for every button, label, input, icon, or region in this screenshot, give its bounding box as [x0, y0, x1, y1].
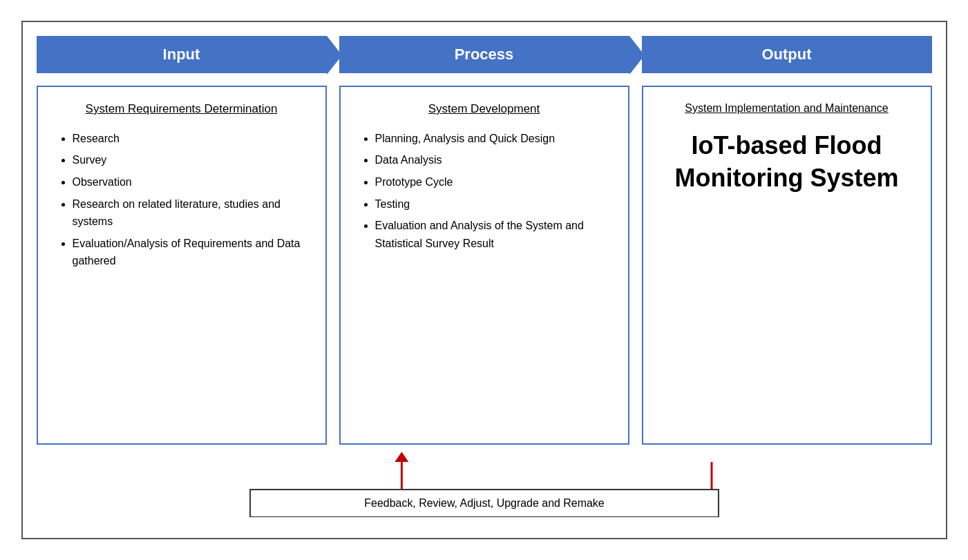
header-process-label: Process	[455, 46, 514, 63]
feedback-label: Feedback, Review, Adjust, Upgrade and Re…	[364, 497, 604, 509]
svg-marker-1	[395, 452, 408, 462]
input-box-title: System Requirements Determination	[53, 101, 310, 117]
list-item: Prototype Cycle	[375, 173, 613, 191]
list-item: Observation	[73, 173, 310, 191]
header-input-label: Input	[163, 46, 200, 63]
header-output-label: Output	[761, 46, 811, 63]
header-process: Process	[339, 36, 629, 73]
diagram-wrapper: Input Process Output System Requirements…	[21, 21, 947, 539]
list-item: Research on related literature, studies …	[73, 195, 310, 231]
input-bullet-list: Research Survey Observation Research on …	[53, 130, 310, 270]
header-input: Input	[37, 36, 327, 73]
header-row: Input Process Output	[37, 36, 932, 73]
list-item: Data Analysis	[375, 151, 613, 169]
process-box: System Development Planning, Analysis an…	[339, 86, 629, 445]
list-item: Evaluation and Analysis of the System an…	[375, 217, 613, 252]
list-item: Evaluation/Analysis of Requirements and …	[73, 235, 310, 270]
process-bullet-list: Planning, Analysis and Quick Design Data…	[356, 130, 613, 253]
list-item: Research	[73, 130, 310, 148]
list-item: Survey	[73, 151, 310, 169]
input-box: System Requirements Determination Resear…	[37, 86, 327, 445]
feedback-section: Feedback, Review, Adjust, Upgrade and Re…	[37, 448, 932, 517]
content-row: System Requirements Determination Resear…	[37, 86, 932, 445]
list-item: Testing	[375, 195, 613, 213]
header-output: Output	[642, 36, 932, 73]
process-box-title: System Development	[356, 101, 613, 117]
output-subtitle: System Implementation and Maintenance	[658, 101, 915, 116]
output-box: System Implementation and Maintenance Io…	[642, 86, 932, 445]
list-item: Planning, Analysis and Quick Design	[375, 130, 613, 148]
feedback-svg: Feedback, Review, Adjust, Upgrade and Re…	[37, 448, 932, 517]
output-main-text: IoT-based Flood Monitoring System	[658, 130, 915, 195]
